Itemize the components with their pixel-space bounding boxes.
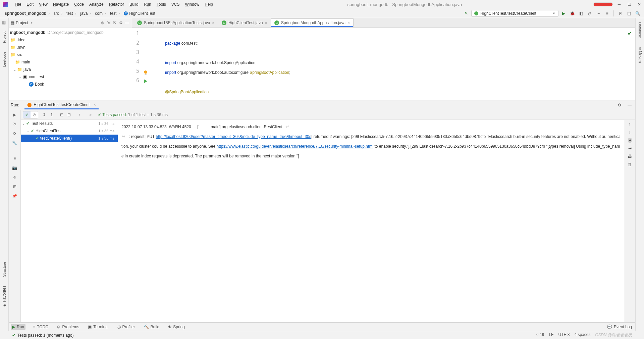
attach-button[interactable]: ⋯ [595,10,602,17]
editor-tab-2[interactable]: CHighClientTest.java× [218,18,271,27]
project-tree[interactable]: ingboot_mongodbD:\project\springboot_mon… [9,28,132,100]
clear-button[interactable]: 🗑 [628,162,632,167]
run-gutter-icon[interactable] [143,78,148,83]
git-tool-icon[interactable]: ⎘ [616,10,624,17]
tree-book[interactable]: CBook [9,81,132,88]
close-button[interactable]: ✕ [637,2,641,6]
debug-button[interactable]: 🐞 [569,10,576,17]
wrench-icon[interactable]: 🔧 [12,140,18,146]
close-tab-icon[interactable]: × [212,21,214,25]
menu-help[interactable]: Help [202,1,216,7]
coverage-button[interactable]: ◧ [577,10,585,17]
bottom-tab-profiler[interactable]: ◷ Profiler [116,324,137,330]
collapse-all-button[interactable]: ⊡ [66,111,72,118]
tree-java[interactable]: ⌄📁java [9,66,132,73]
crumb-src[interactable]: src [52,10,64,16]
console-output[interactable]: 2022-10-07 13:33:04.823 WARN 4520 --- [ … [118,120,624,322]
scroll-down-button[interactable]: ↓ [629,130,631,135]
menu-refactor[interactable]: Refactor [106,1,127,7]
bottom-tab-todo[interactable]: ≡ TODO [32,324,50,330]
bottom-event-log[interactable]: 💬 Event Log [606,324,633,330]
crumb-pkg[interactable]: test [108,10,122,16]
test-tree[interactable]: ⌄✔Test Results1 s 36 ms ⌄✔HighClientTest… [21,120,118,322]
menu-window[interactable]: Window [182,1,202,7]
crumb-com[interactable]: com [93,10,108,16]
bottom-tab-spring[interactable]: ❀ Spring [167,324,186,330]
project-icon[interactable]: ▦ [2,20,7,25]
expand-all-icon[interactable]: ⇲ [106,20,112,26]
gear-icon[interactable]: ⚙ [616,101,623,109]
status-line-ending[interactable]: LF [549,332,553,338]
bottom-tab-run[interactable]: ▶Run [11,324,25,330]
sort-alpha-button[interactable]: ↥ [48,111,55,118]
print-button[interactable]: 🖶 [628,154,632,159]
tree-comtest[interactable]: ⌄▣com.test [9,73,132,81]
menu-edit[interactable]: Edit [24,1,36,7]
crumb-test[interactable]: test [64,10,78,16]
export-button[interactable]: » [87,111,94,118]
stop-button[interactable]: ■ [12,155,18,161]
menu-view[interactable]: View [36,1,50,7]
crumb-project[interactable]: springboot_mongodb [3,10,52,16]
crumb-class[interactable]: CHighClientTest [122,10,159,16]
show-passed-button[interactable]: ✔ [23,111,31,118]
menu-code[interactable]: Code [71,1,87,7]
run-config-selector[interactable]: HighClientTest.testCreateClient ▼ [471,10,558,17]
hide-tool-icon[interactable]: — [626,101,633,109]
profile-button[interactable]: ◷ [586,10,593,17]
tree-main[interactable]: 📁main [9,58,132,66]
right-tab-database[interactable]: Database [637,20,643,40]
editor-tab-1[interactable]: CSpringboot18EsApplicationTests.java× [133,18,218,27]
exit-button[interactable]: ⎋ [12,174,18,180]
menu-vcs[interactable]: VCS [169,1,182,7]
collapse-all-icon[interactable]: ⇱ [112,20,118,26]
stop-button[interactable]: ■ [603,10,611,17]
editor-tab-3[interactable]: CSpringbootMongodbApplication.java× [271,18,354,27]
dump-button[interactable]: 📷 [12,165,18,171]
softwrap-toggle-button[interactable]: ⤶ [628,138,632,143]
status-encoding[interactable]: UTF-8 [558,332,570,338]
console-link-2[interactable]: https://www.elastic.co/guide/en/elastics… [217,144,374,149]
left-tab-leetcode[interactable]: Leetcode [2,50,7,69]
toggle-auto-test-button[interactable]: ⟳ [12,131,18,137]
crumb-java[interactable]: java [78,10,93,16]
run-button[interactable]: ▶ [560,10,567,17]
bottom-tab-build[interactable]: 🔨 Build [143,324,161,330]
sort-button[interactable]: ↧ [41,111,48,118]
show-ignored-button[interactable]: ⊘ [31,111,38,118]
bottom-tab-problems[interactable]: ⊘ Problems [56,324,80,330]
hide-panel-icon[interactable]: — [124,20,130,26]
project-view-selector[interactable]: ▦ Project [11,20,33,25]
test-tree-method[interactable]: ✔testCreateClient()1 s 36 ms [21,135,118,142]
test-tree-root[interactable]: ⌄✔Test Results1 s 36 ms [21,120,118,127]
lightbulb-icon[interactable] [143,69,148,74]
prev-test-button[interactable]: ↑ [76,111,83,118]
close-tab-icon[interactable]: × [265,21,267,25]
menu-run[interactable]: Run [141,1,154,7]
gear-icon[interactable]: ⚙ [118,20,124,26]
menu-tools[interactable]: Tools [154,1,169,7]
menu-build[interactable]: Build [127,1,141,7]
menu-file[interactable]: File [12,1,24,7]
status-caret-pos[interactable]: 6:19 [536,332,544,338]
left-tab-structure[interactable]: Structure [2,260,7,279]
status-indent[interactable]: 4 spaces [574,332,590,338]
tree-root[interactable]: ingboot_mongodbD:\project\springboot_mon… [9,29,132,36]
rerun-button[interactable]: ▶ [12,112,18,118]
test-tree-class[interactable]: ⌄✔HighClientTest1 s 36 ms [21,127,118,135]
console-link-1[interactable]: http://localhost:9200/user?master_timeou… [156,134,311,139]
inspection-ok-icon[interactable]: ✔ [628,30,632,37]
locate-icon[interactable]: ⊕ [100,20,106,26]
editor-body[interactable]: 123456 package com.test; import org.spri… [132,28,635,100]
right-tab-maven[interactable]: m Maven [637,45,643,65]
back-arrow-icon[interactable]: ↖ [463,10,470,17]
maximize-button[interactable]: ☐ [627,2,631,6]
tree-mvn[interactable]: 📁.mvn [9,44,132,51]
bottom-tab-terminal[interactable]: ▣ Terminal [87,324,110,330]
pin-button[interactable]: 📌 [12,193,18,199]
close-tab-icon[interactable]: × [347,21,350,25]
menu-navigate[interactable]: Navigate [50,1,71,7]
code-area[interactable]: package com.test; import org.springframe… [150,28,635,100]
tree-idea[interactable]: 📁.idea [9,36,132,44]
left-tab-favorites[interactable]: ★ Favorites [1,284,7,309]
